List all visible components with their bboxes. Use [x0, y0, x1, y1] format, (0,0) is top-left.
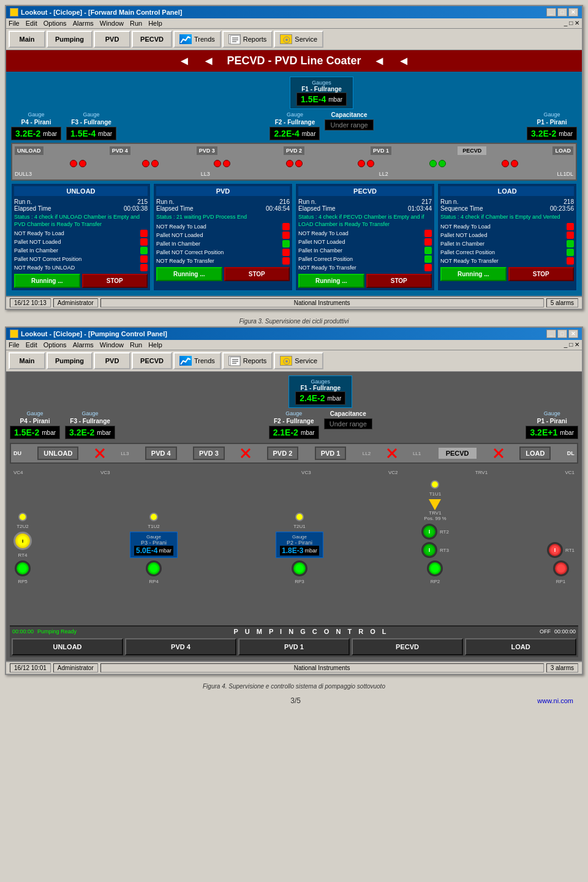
- pecvd-time-row: Elapsed Time 01:03:44: [298, 205, 432, 212]
- close-btn-2[interactable]: ✕: [568, 330, 578, 338]
- pecvd-run-n: 217: [421, 198, 432, 205]
- unload-ind-0-label: NOT Ready To Load: [14, 230, 140, 236]
- pecvd-run-btn[interactable]: Running ...: [298, 274, 364, 288]
- pump-btn-pecvd[interactable]: PECVD: [352, 638, 463, 655]
- maximize-btn-2[interactable]: □: [557, 330, 567, 338]
- menu2-run[interactable]: Run: [130, 341, 142, 349]
- chamber-pvd3-label: PVD 3: [197, 146, 217, 155]
- vc1-label: VC1: [565, 470, 575, 475]
- btn-pvd[interactable]: PVD: [94, 31, 130, 48]
- unload-stop-btn[interactable]: STOP: [82, 274, 148, 288]
- menu2-options[interactable]: Options: [43, 341, 67, 349]
- pump-valve-vc2-icon: [387, 448, 397, 458]
- pump-btn-unload[interactable]: UNLOAD: [12, 638, 123, 655]
- menu-run[interactable]: Run: [130, 20, 142, 27]
- pecvd-run-row: Run n. 217: [298, 198, 432, 205]
- btn2-pvd[interactable]: PVD: [94, 352, 130, 369]
- menu-help[interactable]: Help: [148, 20, 162, 27]
- btn2-service[interactable]: Service: [274, 352, 323, 369]
- maximize-btn[interactable]: □: [557, 8, 567, 17]
- pecvd-ind-1: Pallet NOT Loaded: [298, 238, 432, 246]
- menu2-alarms[interactable]: Alarms: [73, 341, 94, 349]
- menu-window[interactable]: Window: [100, 20, 124, 27]
- btn-trends[interactable]: Trends: [173, 31, 221, 48]
- menu2-window[interactable]: Window: [100, 341, 124, 349]
- pecvd-stop-btn[interactable]: STOP: [366, 274, 432, 288]
- menu-options[interactable]: Options: [43, 20, 67, 27]
- btn2-main[interactable]: Main: [9, 352, 45, 369]
- pvd-ind-2-label: Pallet In Chamber: [156, 241, 282, 247]
- statusbar2-datetime: 16/12 10:01: [10, 663, 51, 673]
- pump-gauge-p3-value-row: 5.0E-4 mbar: [134, 546, 173, 556]
- gauge-f3-name: F3 - Fullrange: [71, 119, 111, 126]
- load-ind-3: Pallet Correct Position: [440, 249, 574, 256]
- diag-label-dl: DL: [566, 171, 573, 177]
- pump-f1-value: 2.4E-2: [300, 393, 325, 403]
- f1-gauge-name: F1 - Fullrange: [296, 86, 347, 92]
- unload-ind-3-dot: [140, 255, 148, 263]
- pecvd-buttons: Running ... STOP: [298, 274, 432, 288]
- pump-label-dl: DL: [567, 450, 575, 456]
- menu2-edit[interactable]: Edit: [26, 341, 37, 349]
- rt2-pump: I: [421, 524, 437, 540]
- menu2-file[interactable]: File: [9, 341, 20, 349]
- pump-gauge-f3-name: F3 - Fullrange: [70, 418, 110, 424]
- valve-10: [367, 160, 374, 167]
- vc4-label: VC4: [13, 470, 23, 475]
- btn-reports[interactable]: Reports: [222, 31, 273, 48]
- gauge-f2-value: 2.2E-4: [274, 129, 299, 138]
- btn2-trends[interactable]: Trends: [173, 352, 221, 369]
- pvd-stop-btn[interactable]: STOP: [224, 267, 290, 281]
- pump-btn-pvd4[interactable]: PVD 4: [125, 638, 236, 655]
- status-panels: UNLOAD Run n. 215 Elapsed Time 00:03:38 …: [11, 183, 577, 291]
- pvd-ind-4-label: NOT Ready To Transfer: [156, 258, 282, 264]
- svg-point-11: [285, 360, 288, 363]
- minimize-btn[interactable]: _: [546, 8, 556, 17]
- load-run-label: Run n.: [440, 198, 458, 205]
- btn-main[interactable]: Main: [9, 31, 45, 48]
- menu-file[interactable]: File: [9, 20, 20, 27]
- btn2-pecvd[interactable]: PECVD: [132, 352, 172, 369]
- main-panel-title: PECVD - PVD Line Coater: [227, 55, 361, 67]
- pump-btn-pvd1[interactable]: PVD 1: [238, 638, 350, 655]
- btn2-pumping[interactable]: Pumping: [47, 352, 92, 369]
- btn-pumping[interactable]: Pumping: [47, 31, 92, 48]
- menu-alarms[interactable]: Alarms: [73, 20, 94, 27]
- gauge-f3-label: Gauge: [83, 111, 100, 118]
- pecvd-ind-3-label: Pallet Correct Position: [298, 256, 424, 262]
- page-number: 3/5: [288, 694, 303, 707]
- unload-run-btn[interactable]: Running ...: [14, 274, 80, 288]
- load-ind-1-label: Pallet NOT Loaded: [440, 232, 567, 238]
- minimize-btn-2[interactable]: _: [546, 330, 556, 338]
- f1-gauges-label: Gauges: [296, 80, 347, 86]
- load-stop-btn[interactable]: STOP: [508, 267, 575, 281]
- unload-status: Status : 4 check if UNLOAD Chamber is Em…: [14, 214, 148, 228]
- btn-service[interactable]: Service: [274, 31, 323, 48]
- pvd-title: PVD: [156, 186, 290, 196]
- menu2-help[interactable]: Help: [148, 341, 162, 349]
- btn2-reports[interactable]: Reports: [222, 352, 273, 369]
- load-run-btn[interactable]: Running ...: [440, 267, 507, 281]
- gauge-cap-name: Capacitance: [331, 111, 368, 118]
- pvd-run-btn[interactable]: Running ...: [156, 267, 222, 281]
- rt2-label: RT2: [440, 529, 449, 535]
- service-label-2: Service: [295, 357, 317, 364]
- pvd-ind-1-label: Pallet NOT Loaded: [156, 232, 282, 238]
- btn-pecvd[interactable]: PECVD: [132, 31, 172, 48]
- rt3-label: RT3: [440, 548, 449, 553]
- rp2-pump: [427, 560, 443, 576]
- pecvd-panel: PECVD Run n. 217 Elapsed Time 01:03:44 S…: [295, 183, 435, 291]
- pump-btn-load[interactable]: LOAD: [465, 638, 576, 655]
- menu-edit[interactable]: Edit: [26, 20, 37, 27]
- pump-f1-label: Gauges: [295, 379, 345, 385]
- load-time-row: Sequence Time 00:23:56: [440, 205, 574, 212]
- valve-2: [79, 160, 86, 167]
- caption2: Figura 4. Supervisione e controllo siste…: [5, 681, 583, 692]
- gauge-p4-label: Gauge: [28, 111, 45, 118]
- valve-14: [511, 160, 518, 167]
- window2-restore-btn[interactable]: _ □ ✕: [564, 341, 579, 349]
- window-restore-btn[interactable]: _ □ ✕: [564, 20, 579, 27]
- svg-point-5: [285, 39, 288, 41]
- close-btn[interactable]: ✕: [568, 8, 578, 17]
- load-ind-1-dot: [567, 232, 574, 239]
